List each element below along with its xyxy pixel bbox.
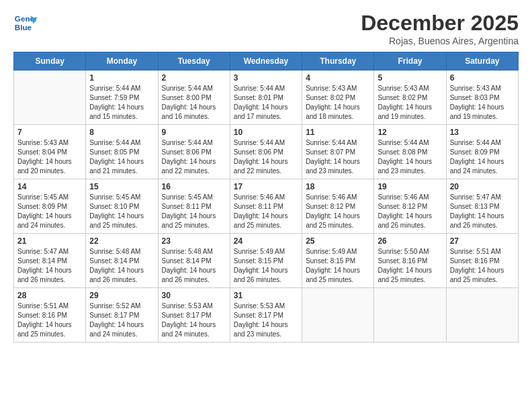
day-number: 16 [162,182,226,191]
calendar-cell [374,288,446,342]
calendar-cell: 16Sunrise: 5:45 AM Sunset: 8:11 PM Dayli… [158,179,230,234]
day-detail: Sunrise: 5:48 AM Sunset: 8:14 PM Dayligh… [162,247,226,285]
calendar-cell: 21Sunrise: 5:47 AM Sunset: 8:14 PM Dayli… [14,234,86,288]
calendar-cell: 12Sunrise: 5:44 AM Sunset: 8:08 PM Dayli… [374,125,446,179]
day-detail: Sunrise: 5:50 AM Sunset: 8:16 PM Dayligh… [378,247,442,285]
day-number: 13 [450,128,515,137]
day-detail: Sunrise: 5:44 AM Sunset: 8:00 PM Dayligh… [162,84,226,122]
day-detail: Sunrise: 5:45 AM Sunset: 8:10 PM Dayligh… [89,193,154,230]
day-detail: Sunrise: 5:44 AM Sunset: 8:09 PM Dayligh… [450,138,515,176]
day-detail: Sunrise: 5:47 AM Sunset: 8:14 PM Dayligh… [17,247,82,285]
calendar-cell: 28Sunrise: 5:51 AM Sunset: 8:16 PM Dayli… [14,288,86,342]
day-detail: Sunrise: 5:44 AM Sunset: 8:07 PM Dayligh… [306,138,370,176]
day-detail: Sunrise: 5:51 AM Sunset: 8:16 PM Dayligh… [17,302,82,339]
calendar-cell: 18Sunrise: 5:46 AM Sunset: 8:12 PM Dayli… [302,179,374,234]
logo: General Blue [13,11,40,35]
day-detail: Sunrise: 5:44 AM Sunset: 8:06 PM Dayligh… [234,138,298,176]
day-number: 28 [17,291,82,300]
day-detail: Sunrise: 5:44 AM Sunset: 8:05 PM Dayligh… [89,138,154,176]
calendar-week-1: 1Sunrise: 5:44 AM Sunset: 7:59 PM Daylig… [14,71,519,125]
calendar-cell: 24Sunrise: 5:49 AM Sunset: 8:15 PM Dayli… [230,234,302,288]
calendar-cell: 11Sunrise: 5:44 AM Sunset: 8:07 PM Dayli… [302,125,374,179]
day-number: 6 [450,73,515,83]
day-number: 1 [89,73,154,83]
calendar-cell: 1Sunrise: 5:44 AM Sunset: 7:59 PM Daylig… [86,71,158,125]
calendar-cell: 8Sunrise: 5:44 AM Sunset: 8:05 PM Daylig… [86,125,158,179]
calendar-cell: 19Sunrise: 5:46 AM Sunset: 8:12 PM Dayli… [374,179,446,234]
calendar-cell: 3Sunrise: 5:44 AM Sunset: 8:01 PM Daylig… [230,71,302,125]
day-detail: Sunrise: 5:43 AM Sunset: 8:02 PM Dayligh… [306,84,370,122]
day-detail: Sunrise: 5:45 AM Sunset: 8:11 PM Dayligh… [162,193,226,230]
day-number: 12 [378,128,442,137]
day-detail: Sunrise: 5:46 AM Sunset: 8:12 PM Dayligh… [306,193,370,230]
day-detail: Sunrise: 5:46 AM Sunset: 8:11 PM Dayligh… [234,193,298,230]
calendar-cell: 10Sunrise: 5:44 AM Sunset: 8:06 PM Dayli… [230,125,302,179]
day-number: 14 [17,182,82,191]
calendar-cell [14,71,86,125]
page-header: General Blue December 2025 Rojas, Buenos… [13,11,519,46]
day-number: 18 [306,182,370,191]
day-number: 30 [162,291,226,300]
day-detail: Sunrise: 5:53 AM Sunset: 8:17 PM Dayligh… [162,302,226,339]
calendar-table: SundayMondayTuesdayWednesdayThursdayFrid… [13,52,519,342]
header-wednesday: Wednesday [230,52,302,71]
day-number: 26 [378,236,442,246]
calendar-week-2: 7Sunrise: 5:43 AM Sunset: 8:04 PM Daylig… [14,125,519,179]
day-number: 4 [306,73,370,83]
svg-text:Blue: Blue [15,23,32,32]
calendar-cell: 25Sunrise: 5:49 AM Sunset: 8:15 PM Dayli… [302,234,374,288]
calendar-cell: 26Sunrise: 5:50 AM Sunset: 8:16 PM Dayli… [374,234,446,288]
calendar-cell: 13Sunrise: 5:44 AM Sunset: 8:09 PM Dayli… [446,125,518,179]
day-number: 20 [450,182,515,191]
day-detail: Sunrise: 5:53 AM Sunset: 8:17 PM Dayligh… [234,302,298,339]
day-number: 17 [234,182,298,191]
day-number: 24 [234,236,298,246]
header-sunday: Sunday [14,52,86,71]
day-number: 15 [89,182,154,191]
month-title: December 2025 [361,11,519,36]
day-detail: Sunrise: 5:45 AM Sunset: 8:09 PM Dayligh… [17,193,82,230]
location-subtitle: Rojas, Buenos Aires, Argentina [361,36,519,46]
day-number: 10 [234,128,298,137]
day-detail: Sunrise: 5:51 AM Sunset: 8:16 PM Dayligh… [450,247,515,285]
calendar-cell [446,288,518,342]
day-detail: Sunrise: 5:49 AM Sunset: 8:15 PM Dayligh… [306,247,370,285]
header-saturday: Saturday [446,52,518,71]
calendar-cell: 27Sunrise: 5:51 AM Sunset: 8:16 PM Dayli… [446,234,518,288]
calendar-cell: 31Sunrise: 5:53 AM Sunset: 8:17 PM Dayli… [230,288,302,342]
calendar-week-3: 14Sunrise: 5:45 AM Sunset: 8:09 PM Dayli… [14,179,519,234]
day-number: 7 [17,128,82,137]
calendar-header-row: SundayMondayTuesdayWednesdayThursdayFrid… [14,52,519,71]
day-detail: Sunrise: 5:43 AM Sunset: 8:04 PM Dayligh… [17,138,82,176]
day-detail: Sunrise: 5:46 AM Sunset: 8:12 PM Dayligh… [378,193,442,230]
day-number: 25 [306,236,370,246]
header-friday: Friday [374,52,446,71]
calendar-cell: 17Sunrise: 5:46 AM Sunset: 8:11 PM Dayli… [230,179,302,234]
day-detail: Sunrise: 5:49 AM Sunset: 8:15 PM Dayligh… [234,247,298,285]
day-number: 19 [378,182,442,191]
day-detail: Sunrise: 5:44 AM Sunset: 8:01 PM Dayligh… [234,84,298,122]
calendar-cell: 20Sunrise: 5:47 AM Sunset: 8:13 PM Dayli… [446,179,518,234]
header-monday: Monday [86,52,158,71]
day-detail: Sunrise: 5:48 AM Sunset: 8:14 PM Dayligh… [89,247,154,285]
day-number: 22 [89,236,154,246]
day-number: 2 [162,73,226,83]
day-number: 23 [162,236,226,246]
calendar-cell: 7Sunrise: 5:43 AM Sunset: 8:04 PM Daylig… [14,125,86,179]
day-number: 29 [89,291,154,300]
day-number: 21 [17,236,82,246]
day-number: 11 [306,128,370,137]
day-detail: Sunrise: 5:44 AM Sunset: 8:06 PM Dayligh… [162,138,226,176]
day-detail: Sunrise: 5:43 AM Sunset: 8:03 PM Dayligh… [450,84,515,122]
calendar-cell: 5Sunrise: 5:43 AM Sunset: 8:02 PM Daylig… [374,71,446,125]
day-number: 27 [450,236,515,246]
calendar-cell: 9Sunrise: 5:44 AM Sunset: 8:06 PM Daylig… [158,125,230,179]
calendar-cell: 22Sunrise: 5:48 AM Sunset: 8:14 PM Dayli… [86,234,158,288]
calendar-cell: 15Sunrise: 5:45 AM Sunset: 8:10 PM Dayli… [86,179,158,234]
logo-icon: General Blue [13,11,38,35]
day-number: 5 [378,73,442,83]
day-detail: Sunrise: 5:44 AM Sunset: 8:08 PM Dayligh… [378,138,442,176]
title-block: December 2025 Rojas, Buenos Aires, Argen… [361,11,519,46]
calendar-cell: 4Sunrise: 5:43 AM Sunset: 8:02 PM Daylig… [302,71,374,125]
day-number: 31 [234,291,298,300]
